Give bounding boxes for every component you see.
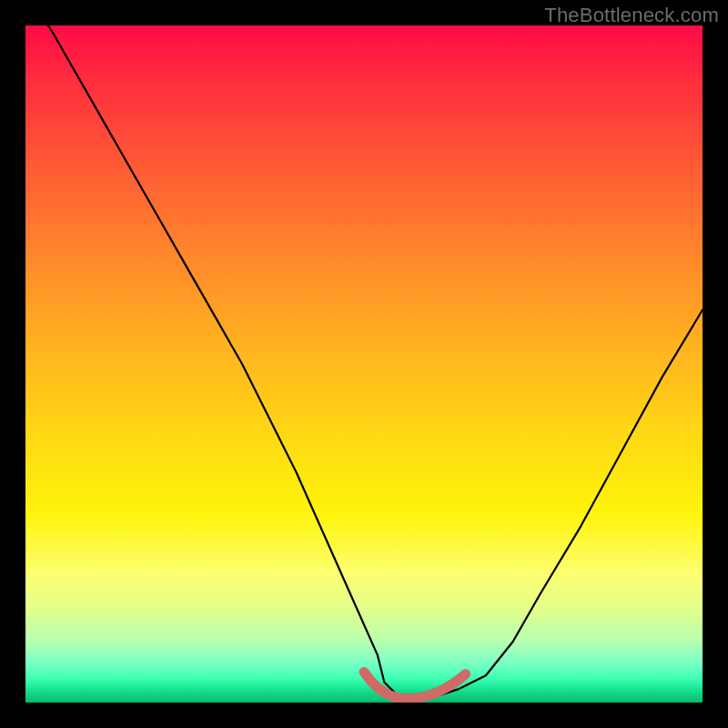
plot-area	[25, 25, 703, 703]
curve-layer	[25, 25, 703, 703]
bottleneck-curve	[25, 25, 703, 699]
bottom-highlight	[364, 672, 466, 699]
watermark-text: TheBottleneck.com	[544, 4, 719, 27]
chart-frame: TheBottleneck.com	[0, 0, 728, 728]
